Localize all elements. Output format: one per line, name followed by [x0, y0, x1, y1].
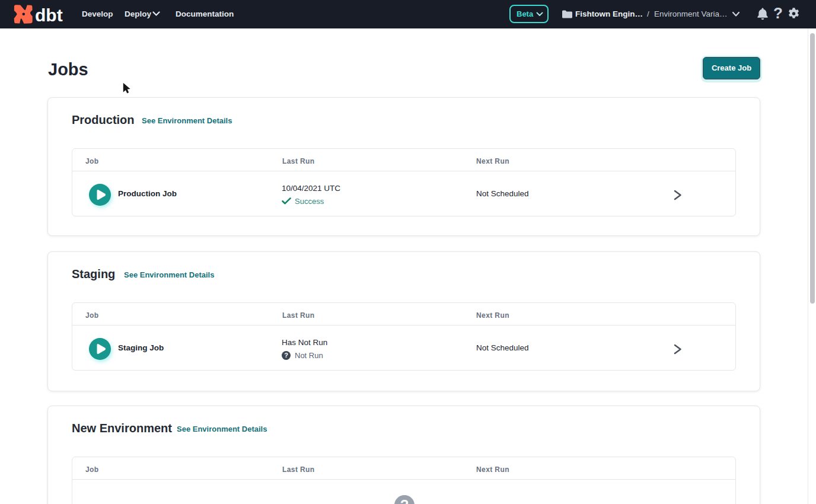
svg-text:?: ? [400, 497, 409, 504]
svg-text:?: ? [284, 352, 288, 359]
